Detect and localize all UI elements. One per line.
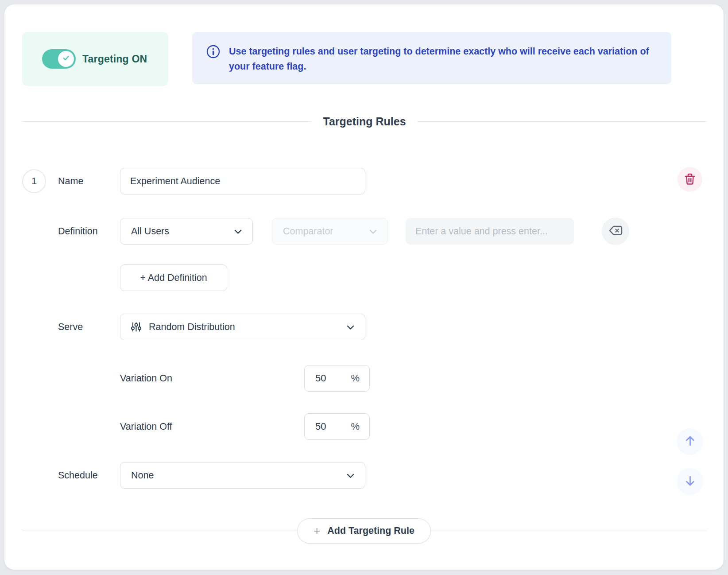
section-title: Targeting Rules (323, 115, 406, 128)
toggle-knob (58, 51, 74, 67)
name-label: Name (58, 168, 83, 194)
add-targeting-rule-button[interactable]: + Add Targeting Rule (297, 518, 431, 544)
audience-select-value: All Users (131, 226, 234, 237)
plus-icon: + (314, 525, 320, 536)
clear-value-button[interactable] (602, 218, 629, 245)
section-heading-row: Targeting Rules (22, 114, 707, 129)
delete-rule-button[interactable] (678, 167, 702, 192)
rule-number-badge: 1 (22, 169, 46, 193)
serve-select-value: Random Distribution (149, 322, 347, 333)
arrow-down-icon (684, 475, 696, 488)
percent-sign: % (351, 373, 360, 384)
divider-left (22, 121, 311, 122)
schedule-label: Schedule (58, 462, 98, 489)
info-banner: Use targeting rules and user targeting t… (192, 32, 671, 84)
chevron-down-icon (347, 322, 354, 333)
info-circle-icon (206, 45, 220, 60)
definition-value-input[interactable] (406, 218, 574, 245)
info-banner-text: Use targeting rules and user targeting t… (229, 44, 651, 74)
serve-select[interactable]: Random Distribution (120, 314, 365, 340)
chevron-down-icon (369, 226, 377, 237)
targeting-panel: Targeting ON Use targeting rules and use… (4, 4, 724, 570)
comparator-select[interactable]: Comparator (272, 218, 388, 245)
variation-on-label: Variation On (120, 365, 172, 392)
targeting-status-card: Targeting ON (22, 32, 168, 86)
variation-on-input[interactable] (314, 372, 340, 385)
definition-label: Definition (58, 218, 98, 245)
targeting-toggle-label: Targeting ON (82, 32, 147, 86)
trash-icon (684, 173, 696, 186)
variation-off-field: % (304, 413, 370, 440)
rule-name-input[interactable] (120, 168, 365, 194)
targeting-toggle[interactable] (42, 49, 76, 69)
schedule-select[interactable]: None (120, 462, 365, 489)
divider-right (418, 121, 707, 122)
move-rule-down-button[interactable] (677, 468, 703, 495)
check-icon (62, 54, 70, 64)
move-rule-up-button[interactable] (677, 428, 703, 455)
variation-off-label: Variation Off (120, 413, 172, 440)
schedule-select-value: None (131, 470, 347, 481)
backspace-icon (608, 225, 623, 237)
add-definition-button[interactable]: + Add Definition (120, 264, 227, 291)
sliders-icon (131, 322, 141, 332)
variation-off-input[interactable] (314, 420, 340, 433)
comparator-placeholder: Comparator (283, 226, 369, 237)
serve-label: Serve (58, 314, 83, 340)
audience-select[interactable]: All Users (120, 218, 253, 245)
percent-sign: % (351, 421, 360, 432)
arrow-up-icon (684, 435, 696, 448)
add-targeting-rule-label: Add Targeting Rule (327, 525, 414, 536)
chevron-down-icon (234, 226, 242, 237)
variation-on-field: % (304, 365, 370, 392)
chevron-down-icon (347, 470, 354, 481)
